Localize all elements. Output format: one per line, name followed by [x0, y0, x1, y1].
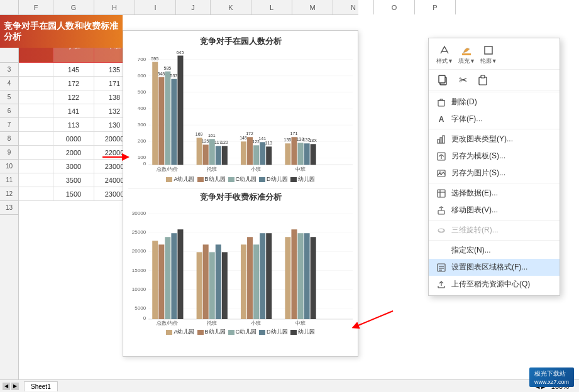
svg-text:500: 500	[138, 89, 146, 95]
ctx-divider	[429, 220, 560, 220]
svg-text:585: 585	[163, 66, 171, 70]
svg-text:中班: 中班	[295, 166, 306, 172]
svg-text:125: 125	[202, 139, 209, 143]
3d-rotate-menu-item: 三维旋转(R)...	[429, 222, 560, 239]
cut-icon[interactable]: ✂	[456, 74, 469, 86]
svg-text:15000: 15000	[132, 268, 146, 273]
bottom-bar: ◀ ▶ Sheet1 ◀ ▶ 100%	[0, 379, 579, 392]
save-image-menu-item[interactable]: 另存为图片(S)...	[429, 165, 560, 182]
svg-text:161: 161	[208, 133, 216, 138]
fill-button[interactable]: 填充▼	[458, 45, 475, 65]
change-chart-type-menu-item[interactable]: 更改图表类型(Y)...	[429, 131, 560, 148]
svg-text:169: 169	[196, 132, 203, 136]
svg-rect-89	[285, 237, 290, 319]
row-header-2: 3	[0, 63, 18, 77]
col-header-H: H	[94, 0, 135, 14]
style-button[interactable]: 样式▼	[436, 45, 453, 65]
col-header-O: O	[374, 0, 415, 14]
svg-text:700: 700	[138, 57, 146, 62]
move-chart-menu-item[interactable]: 移动图表(V)...	[429, 202, 560, 219]
col-header-P: P	[415, 0, 456, 14]
spreadsheet-title: 竞争对手在园人数和收费标准分析	[0, 15, 123, 48]
scroll-right[interactable]: ▶	[11, 383, 19, 390]
save-template-menu-item[interactable]: 另存为模板(S)...	[429, 148, 560, 165]
svg-rect-119	[438, 190, 445, 197]
svg-rect-83	[222, 252, 228, 319]
svg-text:145: 145	[240, 136, 247, 140]
chart2-legend: A幼儿园 B幼儿园 C幼儿园 D幼儿园 幼儿园	[128, 328, 353, 336]
scroll-left[interactable]: ◀	[3, 383, 10, 390]
legend-color	[259, 177, 265, 182]
legend-item: D幼儿园	[259, 175, 288, 183]
chart1: 竞争对手在园人数分析 700 600 500 400 300 200 100 0	[128, 36, 353, 183]
legend-color	[197, 330, 204, 335]
select-data-menu-item[interactable]: 选择数据(E)...	[429, 185, 560, 202]
chart2-wrapper: 30000 25000 20000 15000 10000 5000 0	[128, 206, 353, 325]
legend-item: C幼儿园	[228, 328, 257, 336]
svg-text:20000: 20000	[132, 248, 146, 254]
copy-icon[interactable]	[436, 74, 449, 86]
format-chart-menu-item[interactable]: 设置图表区域格式(F)...	[429, 259, 560, 276]
svg-rect-27	[203, 144, 209, 165]
svg-text:中班: 中班	[295, 320, 306, 325]
row-header-7: 8	[0, 132, 18, 146]
svg-text:10000: 10000	[132, 286, 146, 292]
col-header-I: I	[135, 0, 176, 14]
chart1-title: 竞争对手在园人数分析	[128, 36, 353, 47]
macro-menu-item[interactable]: 指定宏(N)...	[429, 242, 560, 259]
legend-item: 幼儿园	[290, 328, 315, 336]
legend-item: B幼儿园	[197, 175, 226, 183]
font-menu-item[interactable]: A 字体(F)...	[429, 111, 560, 128]
legend-item: D幼儿园	[259, 328, 288, 336]
col-header-J: J	[176, 0, 211, 14]
legend-item: B幼儿园	[197, 328, 226, 336]
sheet-tab[interactable]: Sheet1	[24, 381, 58, 391]
change-chart-type-icon	[436, 134, 446, 144]
svg-rect-19	[171, 79, 177, 165]
ctx-divider	[429, 92, 560, 92]
legend-item: 幼儿园	[290, 175, 315, 183]
legend-color	[228, 330, 234, 335]
svg-rect-82	[216, 244, 221, 319]
row-header-spacer	[0, 0, 19, 14]
svg-rect-92	[304, 233, 310, 319]
paste-icon[interactable]	[477, 74, 489, 86]
svg-rect-29	[216, 146, 221, 165]
svg-rect-74	[152, 241, 158, 319]
svg-text:171: 171	[290, 131, 298, 136]
legend-item: A幼儿园	[166, 175, 194, 183]
svg-rect-75	[158, 244, 164, 319]
svg-rect-49	[304, 143, 310, 165]
chart-container: 竞争对手在园人数分析 700 600 500 400 300 200 100 0	[123, 30, 358, 357]
context-menu-toolbar: 样式▼ 填充▼ 轮廓▼	[429, 41, 560, 70]
svg-text:0: 0	[143, 161, 146, 166]
watermark: 极光下载站 www.xz7.com	[529, 368, 574, 387]
col-header-L: L	[251, 0, 292, 14]
svg-rect-85	[247, 237, 253, 319]
legend-color	[259, 330, 265, 335]
svg-rect-86	[253, 244, 259, 319]
svg-text:645: 645	[177, 50, 184, 55]
upload-menu-item[interactable]: 上传至稻壳资源中心(Q)	[429, 276, 560, 293]
delete-menu-item[interactable]: 删除(D)	[429, 94, 560, 111]
outline-button[interactable]: 轮廓▼	[480, 45, 497, 65]
format-chart-icon	[436, 263, 446, 273]
legend-color	[228, 177, 234, 182]
svg-rect-77	[171, 233, 177, 319]
row-header-6: 7	[0, 118, 18, 132]
svg-text:400: 400	[138, 106, 146, 111]
svg-text:595: 595	[151, 57, 158, 61]
delete-icon	[436, 97, 446, 107]
svg-text:总数/均价: 总数/均价	[156, 166, 178, 172]
col-header-K: K	[211, 0, 251, 14]
chart1-svg: 700 600 500 400 300 200 100 0	[128, 50, 353, 173]
svg-text:30000: 30000	[132, 210, 146, 216]
svg-rect-103	[479, 77, 487, 85]
save-image-icon	[436, 168, 446, 178]
svg-rect-110	[438, 139, 439, 143]
svg-rect-36	[241, 141, 246, 165]
col-header-N: N	[333, 0, 374, 14]
col-header-M: M	[292, 0, 333, 14]
context-menu-icons: ✂	[429, 70, 560, 90]
row-header-8: 9	[0, 146, 18, 160]
